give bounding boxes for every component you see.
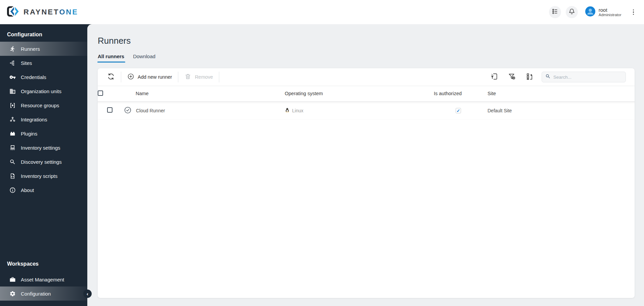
refresh-icon (107, 73, 115, 81)
sidebar-item-runners[interactable]: Runners (0, 42, 87, 56)
more-options-button[interactable] (632, 8, 636, 16)
runner-icon (9, 45, 16, 52)
user-role: Administrator (599, 13, 622, 17)
script-file-icon (9, 173, 16, 179)
column-header-name[interactable]: Name (122, 86, 285, 101)
sidebar-item-plugins[interactable]: Plugins (0, 126, 87, 141)
search-input[interactable] (553, 75, 622, 80)
main-content: Runners All runners Download Add new run… (87, 24, 644, 306)
column-chooser-icon (526, 73, 534, 81)
sidebar-item-asset-management[interactable]: Asset Management (0, 272, 87, 286)
runner-status-ok-icon (124, 107, 131, 115)
clear-filter-button[interactable] (507, 72, 516, 82)
key-icon (9, 74, 16, 80)
raynet-one-logo: RAYNETONE (7, 6, 78, 18)
tab-download[interactable]: Download (133, 53, 155, 63)
search-box (542, 72, 626, 82)
user-menu[interactable]: root Administrator (585, 6, 622, 18)
inventory-machine-icon (9, 144, 16, 151)
row-select-checkbox[interactable] (107, 107, 112, 113)
runners-grid-card: Add new runner Remove (98, 68, 635, 298)
plus-circle-icon (127, 73, 134, 81)
sidebar: Configuration Runners Sites Credentials … (0, 24, 87, 306)
filter-row-button[interactable] (490, 72, 499, 82)
linux-tux-icon (285, 108, 290, 114)
gear-icon (9, 290, 16, 297)
plugin-brick-icon (9, 130, 16, 137)
sidebar-item-about[interactable]: About (0, 183, 87, 197)
sidebar-item-organization-units[interactable]: Organization units (0, 84, 87, 98)
avatar (585, 6, 595, 18)
trash-icon (184, 73, 191, 81)
sidebar-item-discovery-settings[interactable]: Discovery settings (0, 155, 87, 169)
column-header-site[interactable]: Site (483, 86, 635, 101)
magnifier-icon (9, 158, 16, 165)
add-new-runner-button[interactable]: Add new runner (124, 71, 175, 83)
sites-hierarchy-icon (9, 60, 16, 66)
activity-list-button[interactable] (549, 6, 561, 18)
building-icon (9, 88, 16, 94)
notifications-button[interactable] (566, 6, 578, 18)
workspaces-section-title: Workspaces (0, 261, 87, 267)
grid-toolbar: Add new runner Remove (98, 68, 635, 86)
search-icon (545, 74, 551, 80)
page-title: Runners (98, 36, 644, 46)
toolbar-divider (178, 72, 178, 82)
refresh-button[interactable] (104, 71, 118, 83)
column-header-operating-system[interactable]: Operating system (285, 86, 434, 101)
clear-filter-icon (508, 73, 516, 81)
sidebar-item-resource-groups[interactable]: Resource groups (0, 98, 87, 112)
info-icon (9, 187, 16, 193)
runners-table: Name Operating system Is authorized Site… (98, 86, 635, 120)
sidebar-item-credentials[interactable]: Credentials (0, 70, 87, 84)
raynet-logo-icon (7, 6, 19, 18)
user-name: root (599, 7, 622, 13)
task-list-icon (551, 8, 559, 16)
is-authorized-checkbox[interactable]: ✓ (456, 108, 461, 113)
collapse-sidebar-button[interactable]: ‹ (83, 290, 92, 298)
top-bar: RAYNETONE (0, 0, 644, 24)
toolbar-divider (121, 72, 121, 82)
runner-os: Linux (292, 108, 303, 113)
runner-site: Default Site (483, 101, 635, 120)
column-header-is-authorized[interactable]: Is authorized (434, 86, 483, 101)
sidebar-item-sites[interactable]: Sites (0, 56, 87, 70)
briefcase-icon (9, 276, 16, 283)
resource-group-icon (9, 102, 16, 109)
sidebar-item-inventory-scripts[interactable]: Inventory scripts (0, 169, 87, 183)
sidebar-item-inventory-settings[interactable]: Inventory settings (0, 141, 87, 155)
bell-icon (568, 8, 576, 16)
remove-button[interactable]: Remove (181, 71, 216, 83)
runner-name: Cloud Runner (136, 108, 165, 113)
table-row[interactable]: Cloud Runner Linux ✓ Default Site (98, 101, 635, 120)
toolbar-divider (219, 72, 219, 82)
chevron-left-icon: ‹ (87, 291, 88, 297)
select-all-checkbox[interactable] (98, 90, 103, 96)
sidebar-section-title: Configuration (0, 24, 87, 38)
sidebar-item-configuration-workspace[interactable]: Configuration (0, 286, 87, 301)
column-chooser-button[interactable] (525, 72, 534, 82)
logo-text: RAYNETONE (24, 8, 78, 16)
integration-nodes-icon (9, 116, 16, 123)
sidebar-item-integrations[interactable]: Integrations (0, 112, 87, 126)
tab-all-runners[interactable]: All runners (98, 53, 124, 63)
filter-row-icon (490, 73, 498, 81)
tab-bar: All runners Download (98, 53, 644, 63)
